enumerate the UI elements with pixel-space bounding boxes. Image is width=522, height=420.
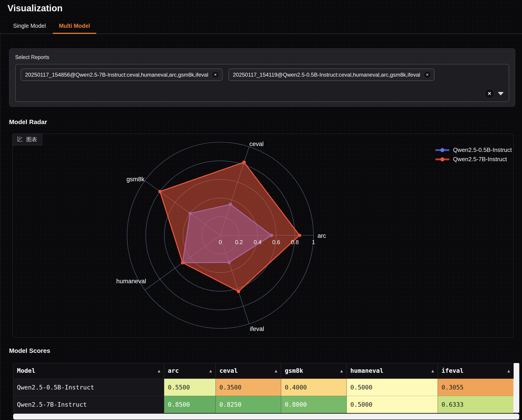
tab-strip: Single ModelMulti Model (0, 21, 522, 34)
radial-tick-label: 0.8 (291, 239, 299, 245)
column-header-humaneval[interactable]: humaneval▲ (346, 363, 438, 379)
column-header-ceval[interactable]: ceval▲ (215, 363, 281, 379)
multiselect-controls: ✕ (485, 89, 504, 98)
column-header-model[interactable]: Model▲ (13, 363, 164, 379)
score-cell-arc: 0.8500 (164, 396, 215, 413)
radial-tick-label: 0.4 (253, 239, 261, 245)
column-header-arc[interactable]: arc▲ (164, 363, 215, 379)
category-label-humaneval: humaneval (116, 278, 146, 285)
sort-ascending-icon[interactable]: ▲ (275, 363, 277, 378)
category-label-ceval: ceval (249, 141, 263, 147)
column-header-label: Model (17, 367, 35, 374)
radar-data-point (158, 190, 162, 193)
score-cell-ifeval: 0.3055 (438, 379, 514, 396)
sort-ascending-icon[interactable]: ▲ (158, 363, 160, 378)
report-chip-label: 20250117_154856@Qwen2.5-7B-Instruct:ceva… (25, 72, 208, 78)
tab-bar: Single ModelMulti Model (13, 21, 522, 33)
column-header-label: ifeval (441, 367, 464, 374)
column-header-label: humaneval (350, 367, 383, 374)
reports-multiselect[interactable]: 20250117_154856@Qwen2.5-7B-Instruct:ceva… (15, 64, 509, 102)
column-header-ifeval[interactable]: ifeval▲ (438, 363, 514, 379)
legend-item[interactable]: Qwen2.5-0.5B-Instruct (435, 146, 512, 153)
content-left-border (0, 32, 1, 420)
sort-ascending-icon[interactable]: ▲ (507, 363, 510, 378)
legend-label: Qwen2.5-7B-Instruct (453, 156, 507, 163)
chart-tab[interactable]: 图表 (12, 134, 42, 145)
radial-tick-label: 0.2 (235, 239, 243, 245)
column-header-label: ceval (219, 367, 238, 374)
table-vertical-scrollbar[interactable] (514, 363, 519, 413)
legend-label: Qwen2.5-0.5B-Instruct (453, 146, 512, 153)
caret-down-icon[interactable] (498, 92, 504, 95)
table-horizontal-scrollbar[interactable] (13, 414, 519, 420)
report-chip-label: 20250117_154119@Qwen2.5-0.5B-Instruct:ce… (233, 72, 420, 78)
tab-multi-model[interactable]: Multi Model (59, 21, 90, 33)
legend-line-marker-icon (435, 147, 449, 153)
close-icon[interactable]: ✕ (212, 71, 219, 78)
model-name-cell: Qwen2.5-7B-Instruct (13, 396, 164, 413)
score-cell-ceval: 0.8250 (215, 396, 281, 413)
model-name-cell: Qwen2.5-0.5B-Instruct (13, 379, 164, 396)
score-cell-gsm8k: 0.8000 (281, 396, 346, 413)
radar-data-point (298, 234, 301, 237)
radial-tick-label: 0 (219, 239, 222, 245)
radial-tick-label: 0.6 (272, 239, 280, 245)
select-reports-label: Select Reports (15, 54, 509, 60)
report-chip[interactable]: 20250117_154119@Qwen2.5-0.5B-Instruct:ce… (228, 68, 434, 81)
model-radar-heading: Model Radar (9, 118, 522, 126)
score-cell-humaneval: 0.5000 (346, 379, 438, 396)
close-icon: ✕ (487, 91, 491, 96)
score-cell-ceval: 0.3500 (215, 379, 281, 396)
model-scores-heading: Model Scores (9, 347, 522, 355)
score-cell-gsm8k: 0.4000 (281, 379, 346, 396)
score-cell-arc: 0.5500 (164, 379, 215, 396)
radar-data-point (242, 160, 246, 164)
radar-chart[interactable]: 00.20.40.60.81arccevalgsm8khumanevalifev… (13, 134, 513, 338)
close-icon[interactable]: ✕ (424, 71, 431, 78)
tab-single-model[interactable]: Single Model (13, 21, 46, 33)
sort-ascending-icon[interactable]: ▲ (431, 363, 434, 378)
column-header-gsm8k[interactable]: gsm8k▲ (281, 363, 346, 379)
column-header-label: arc (168, 367, 179, 374)
select-reports-panel: Select Reports 20250117_154856@Qwen2.5-7… (9, 48, 515, 107)
score-cell-ifeval: 0.6333 (438, 396, 514, 413)
model-scores-table: Model▲arc▲ceval▲gsm8k▲humaneval▲ifeval▲Q… (13, 363, 519, 420)
sort-ascending-icon[interactable]: ▲ (340, 363, 343, 378)
legend-line-marker-icon (435, 157, 449, 162)
model-radar-panel: 00.20.40.60.81arccevalgsm8khumanevalifev… (12, 134, 514, 338)
chart-tab-label: 图表 (26, 136, 37, 143)
radial-tick-label: 1 (312, 239, 315, 245)
radar-data-point (181, 261, 184, 264)
page-title: Visualization (8, 3, 522, 14)
category-label-gsm8k: gsm8k (126, 176, 145, 183)
score-cell-humaneval: 0.5000 (346, 396, 438, 413)
chart-legend: Qwen2.5-0.5B-InstructQwen2.5-7B-Instruct (435, 146, 512, 163)
report-chip[interactable]: 20250117_154856@Qwen2.5-7B-Instruct:ceva… (21, 68, 223, 81)
clear-all-button[interactable]: ✕ (485, 89, 494, 98)
selected-report-chips: 20250117_154856@Qwen2.5-7B-Instruct:ceva… (21, 68, 504, 81)
column-header-label: gsm8k (285, 367, 303, 374)
legend-item[interactable]: Qwen2.5-7B-Instruct (435, 156, 512, 163)
category-label-ifeval: ifeval (250, 325, 264, 332)
sort-ascending-icon[interactable]: ▲ (209, 363, 212, 378)
scores-grid: Model▲arc▲ceval▲gsm8k▲humaneval▲ifeval▲Q… (13, 363, 514, 413)
radar-series-Qwen2.5-7B-Instruct (160, 162, 299, 291)
scatter-plot-icon (16, 135, 23, 143)
radar-data-point (237, 290, 240, 293)
category-label-arc: arc (318, 232, 326, 239)
